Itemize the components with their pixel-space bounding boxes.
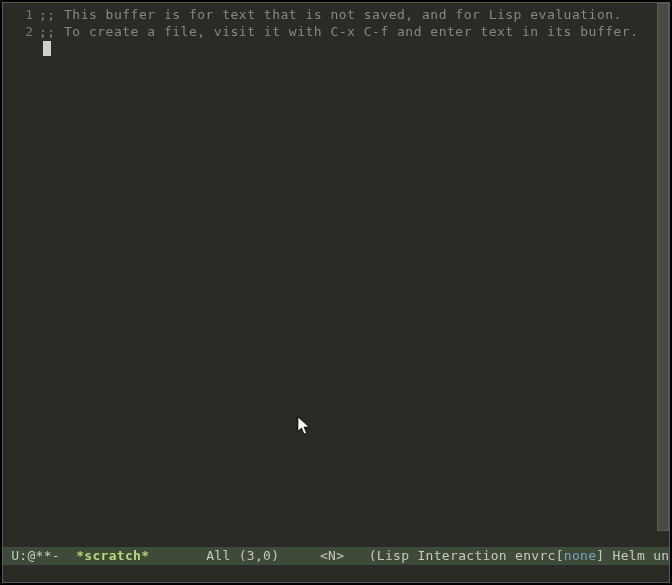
modeline-major-mode[interactable]: (Lisp Interaction envrc[: [369, 547, 564, 565]
text-cursor: [43, 41, 51, 56]
modeline-buffer-name[interactable]: *scratch*: [76, 547, 149, 565]
scrollbar-thumb[interactable]: [657, 3, 669, 531]
modeline-evil-state: <N>: [320, 547, 344, 565]
text-buffer[interactable]: 1 ;; This buffer is for text that is not…: [3, 3, 669, 547]
modeline-envrc-status: none: [564, 547, 597, 565]
modeline-spacer: [279, 547, 320, 565]
modeline-spacer: [344, 547, 368, 565]
modeline-spacer: [149, 547, 206, 565]
cursor-line: [3, 40, 669, 57]
line-number-empty: [3, 40, 39, 57]
editor-frame: 1 ;; This buffer is for text that is not…: [2, 2, 670, 583]
line-number: 1: [3, 6, 39, 23]
line-number: 2: [3, 23, 39, 40]
minibuffer[interactable]: [3, 565, 669, 582]
buffer-line: 1 ;; This buffer is for text that is not…: [3, 6, 669, 23]
line-text: ;; To create a file, visit it with C-x C…: [39, 23, 639, 40]
buffer-line: 2 ;; To create a file, visit it with C-x…: [3, 23, 669, 40]
modeline-status: U:@**-: [3, 547, 76, 565]
modeline-minor-modes[interactable]: ] Helm unim: [596, 547, 669, 565]
scrollbar-track[interactable]: [657, 3, 669, 547]
line-text: ;; This buffer is for text that is not s…: [39, 6, 622, 23]
modeline-position: All (3,0): [206, 547, 279, 565]
mode-line[interactable]: U:@**- *scratch* All (3,0) <N> (Lisp Int…: [3, 547, 669, 565]
